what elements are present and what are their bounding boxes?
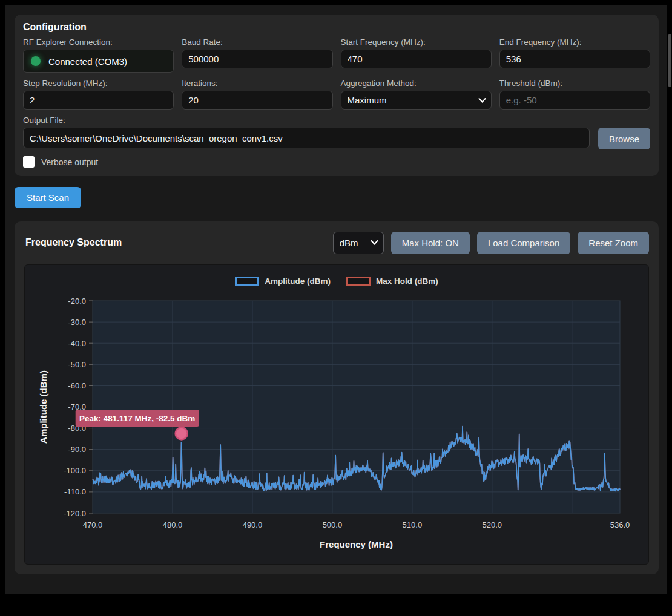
svg-text:-100.0: -100.0 bbox=[64, 466, 86, 475]
start-frequency-label: Start Frequency (MHz): bbox=[341, 38, 492, 47]
baud-rate-input[interactable] bbox=[182, 50, 332, 68]
configuration-title: Configuration bbox=[23, 22, 650, 33]
max-hold-toggle-button[interactable]: Max Hold: ON bbox=[391, 232, 470, 254]
svg-text:470.0: 470.0 bbox=[83, 520, 103, 529]
end-frequency-input[interactable] bbox=[499, 50, 650, 68]
connection-status-text: Connected (COM3) bbox=[48, 56, 127, 67]
legend-item-maxhold[interactable]: Max Hold (dBm) bbox=[346, 277, 438, 286]
svg-text:536.0: 536.0 bbox=[610, 520, 630, 529]
unit-select[interactable]: dBm bbox=[333, 232, 384, 254]
svg-text:490.0: 490.0 bbox=[243, 520, 263, 529]
field-threshold: Threshold (dBm): bbox=[499, 79, 650, 110]
field-end-frequency: End Frequency (MHz): bbox=[499, 38, 650, 73]
svg-text:-60.0: -60.0 bbox=[68, 381, 86, 390]
configuration-grid: RF Explorer Connection: Connected (COM3)… bbox=[23, 38, 650, 110]
field-step-resolution: Step Resolution (MHz): bbox=[23, 79, 174, 110]
svg-text:-110.0: -110.0 bbox=[64, 487, 86, 496]
field-connection: RF Explorer Connection: Connected (COM3) bbox=[23, 38, 174, 73]
svg-text:480.0: 480.0 bbox=[163, 520, 183, 529]
svg-text:-120.0: -120.0 bbox=[64, 509, 86, 518]
browse-button[interactable]: Browse bbox=[598, 128, 650, 149]
spectrum-chart[interactable]: -20.0-30.0-40.0-50.0-60.0-70.0-80.0-90.0… bbox=[25, 265, 648, 564]
reset-zoom-button[interactable]: Reset Zoom bbox=[578, 232, 649, 254]
svg-text:520.0: 520.0 bbox=[483, 520, 502, 529]
connection-label: RF Explorer Connection: bbox=[23, 38, 174, 47]
connection-status: Connected (COM3) bbox=[23, 50, 174, 73]
legend-label-amplitude: Amplitude (dBm) bbox=[265, 277, 331, 286]
svg-text:-40.0: -40.0 bbox=[68, 339, 86, 348]
threshold-input[interactable] bbox=[499, 91, 650, 110]
verbose-output-label: Verbose output bbox=[41, 157, 98, 167]
iterations-input[interactable] bbox=[182, 91, 332, 110]
legend-swatch-amplitude bbox=[235, 277, 259, 286]
output-file-input[interactable] bbox=[23, 128, 590, 148]
svg-text:Frequency (MHz): Frequency (MHz) bbox=[320, 539, 393, 549]
step-resolution-label: Step Resolution (MHz): bbox=[23, 79, 174, 88]
threshold-label: Threshold (dBm): bbox=[499, 79, 650, 88]
field-iterations: Iterations: bbox=[182, 79, 332, 110]
legend-item-amplitude[interactable]: Amplitude (dBm) bbox=[235, 277, 331, 286]
baud-rate-label: Baud Rate: bbox=[182, 38, 332, 47]
aggregation-method-select[interactable]: Maximum bbox=[341, 91, 492, 110]
svg-text:Amplitude (dBm): Amplitude (dBm) bbox=[38, 370, 48, 444]
verbose-output-row: Verbose output bbox=[23, 156, 650, 168]
svg-text:-20.0: -20.0 bbox=[68, 297, 86, 306]
frequency-spectrum-panel: Frequency Spectrum dBm Max Hold: ON Load… bbox=[15, 221, 659, 574]
verbose-output-checkbox[interactable] bbox=[23, 156, 35, 168]
aggregation-method-label: Aggregation Method: bbox=[341, 79, 492, 88]
svg-text:Peak: 481.117 MHz, -82.5 dBm: Peak: 481.117 MHz, -82.5 dBm bbox=[79, 414, 195, 423]
field-aggregation-method: Aggregation Method: Maximum bbox=[341, 79, 492, 110]
svg-text:-90.0: -90.0 bbox=[68, 445, 86, 454]
chart-legend: Amplitude (dBm) Max Hold (dBm) bbox=[25, 277, 648, 286]
field-baud-rate: Baud Rate: bbox=[182, 38, 332, 73]
spectrum-title: Frequency Spectrum bbox=[25, 237, 122, 248]
spectrum-header: Frequency Spectrum dBm Max Hold: ON Load… bbox=[24, 231, 649, 254]
output-file-label: Output File: bbox=[23, 116, 650, 125]
start-frequency-input[interactable] bbox=[341, 50, 492, 68]
step-resolution-input[interactable] bbox=[23, 91, 174, 110]
iterations-label: Iterations: bbox=[182, 79, 332, 88]
load-comparison-button[interactable]: Load Comparison bbox=[477, 232, 570, 254]
svg-text:-30.0: -30.0 bbox=[68, 318, 86, 327]
spectrum-figure: Amplitude (dBm) Max Hold (dBm) -20.0-30.… bbox=[24, 264, 649, 565]
spectrum-controls: dBm Max Hold: ON Load Comparison Reset Z… bbox=[333, 232, 649, 254]
legend-label-maxhold: Max Hold (dBm) bbox=[376, 277, 438, 286]
app-page: Configuration RF Explorer Connection: Co… bbox=[5, 5, 667, 594]
start-scan-button[interactable]: Start Scan bbox=[15, 187, 81, 208]
field-start-frequency: Start Frequency (MHz): bbox=[341, 38, 492, 73]
field-output-file: Output File: Browse bbox=[23, 116, 650, 149]
svg-text:500.0: 500.0 bbox=[323, 520, 343, 529]
end-frequency-label: End Frequency (MHz): bbox=[499, 38, 650, 47]
connection-status-dot bbox=[31, 56, 41, 66]
scrollbar-thumb[interactable] bbox=[668, 34, 671, 87]
configuration-panel: Configuration RF Explorer Connection: Co… bbox=[15, 15, 659, 176]
legend-swatch-maxhold bbox=[346, 277, 371, 286]
svg-text:-50.0: -50.0 bbox=[68, 360, 86, 369]
svg-text:510.0: 510.0 bbox=[403, 520, 423, 529]
